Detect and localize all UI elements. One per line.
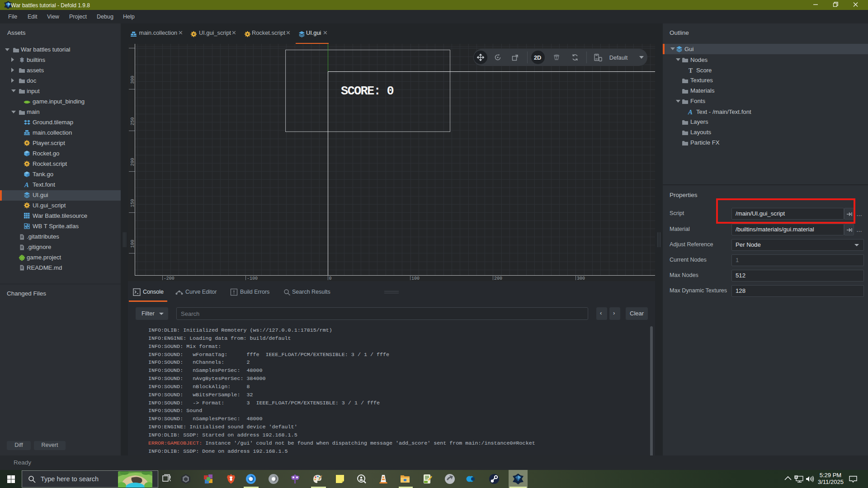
svg-text:A: A bbox=[24, 181, 29, 188]
svg-text:T: T bbox=[689, 67, 693, 74]
svg-text:A: A bbox=[688, 108, 693, 115]
